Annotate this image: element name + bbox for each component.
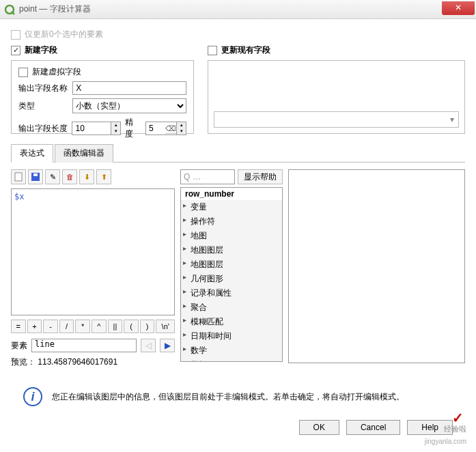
precision-spinner[interactable]: ⌫ ▴▾	[145, 122, 186, 135]
virtual-field-label: 新建虚拟字段	[32, 66, 81, 78]
op-mul[interactable]: *	[75, 320, 90, 333]
tab-bar: 表达式 函数编辑器	[11, 143, 465, 163]
chevron-down-icon[interactable]: ▾	[176, 128, 186, 135]
title-bar: point — 字段计算器 ✕	[0, 0, 476, 19]
new-field-panel: 新建虚拟字段 输出字段名称 类型 小数（实型） 输出字段长度 ▴▾ 精度	[11, 60, 194, 134]
tree-item[interactable]: 模糊匹配	[181, 315, 282, 329]
field-dropdown[interactable]: ▾	[214, 111, 459, 128]
tab-function-editor[interactable]: 函数编辑器	[55, 144, 113, 163]
op-lparen[interactable]: (	[124, 320, 139, 333]
type-label: 类型	[18, 100, 72, 112]
length-spinner[interactable]: ▴▾	[72, 122, 121, 135]
op-div[interactable]: /	[59, 320, 74, 333]
tree-item[interactable]: 聚合	[181, 300, 282, 315]
op-pow[interactable]: ^	[92, 320, 107, 333]
type-select[interactable]: 小数（实型）	[72, 98, 186, 113]
new-field-label: 新建字段	[25, 44, 57, 56]
expression-editor[interactable]: $x	[11, 188, 175, 315]
op-minus[interactable]: -	[43, 320, 58, 333]
search-input[interactable]: Q …	[180, 169, 235, 184]
op-plus[interactable]: +	[27, 320, 42, 333]
tree-item[interactable]: 记录和属性	[181, 286, 282, 300]
save-icon[interactable]	[28, 169, 43, 184]
next-feature-button[interactable]: ▶	[160, 339, 175, 352]
tree-item[interactable]: 数组	[181, 358, 282, 362]
new-file-icon[interactable]	[11, 169, 26, 184]
preview-label: 预览：	[11, 357, 36, 367]
new-field-checkbox[interactable]	[11, 46, 20, 55]
tree-item[interactable]: 几何图形	[181, 272, 282, 286]
op-eq[interactable]: =	[11, 320, 26, 333]
import-icon[interactable]: ⬇	[79, 169, 94, 184]
feature-label: 要素	[11, 340, 27, 352]
edit-icon[interactable]: ✎	[45, 169, 60, 184]
operator-row: = + - / * ^ || ( ) \n'	[11, 320, 175, 333]
function-tree[interactable]: row_number 变量 操作符 地图 地图图层 地图图层 几何图形 记录和属…	[180, 187, 283, 362]
op-rparen[interactable]: )	[140, 320, 155, 333]
only-update-label: 仅更新0个选中的要素	[25, 29, 103, 40]
prev-feature-button[interactable]: ◁	[141, 339, 156, 352]
close-button[interactable]: ✕	[442, 1, 475, 15]
svg-rect-2	[15, 173, 22, 181]
op-newline[interactable]: \n'	[156, 320, 175, 333]
chevron-up-icon[interactable]: ▴	[176, 122, 186, 128]
op-concat[interactable]: ||	[108, 320, 123, 333]
search-icon: Q	[184, 172, 190, 182]
precision-label: 精度	[125, 117, 141, 140]
tree-item[interactable]: 地图图层	[181, 243, 282, 257]
tree-item[interactable]: 日期和时间	[181, 329, 282, 343]
tree-item[interactable]: 地图图层	[181, 257, 282, 272]
tree-item[interactable]: 变量	[181, 200, 282, 214]
output-name-label: 输出字段名称	[18, 83, 72, 94]
tree-item[interactable]: 地图	[181, 229, 282, 243]
output-name-input[interactable]	[72, 81, 186, 95]
show-help-button[interactable]: 显示帮助	[238, 169, 283, 184]
info-text: 您正在编辑该图层中的信息，但该图层目前处于非编辑模式。若单击确定，将自动打开编辑…	[52, 391, 404, 403]
update-field-panel: ▾	[208, 60, 465, 134]
export-icon[interactable]: ⬆	[96, 169, 111, 184]
tab-expression[interactable]: 表达式	[11, 144, 53, 163]
delete-icon[interactable]: 🗑	[62, 169, 77, 184]
tree-item[interactable]: row_number	[181, 188, 282, 200]
length-label: 输出字段长度	[18, 123, 72, 135]
update-existing-checkbox[interactable]	[208, 46, 217, 55]
window-title: point — 字段计算器	[19, 3, 91, 15]
chevron-down-icon[interactable]: ▾	[111, 128, 120, 135]
expression-toolbar: ✎ 🗑 ⬇ ⬆	[11, 169, 175, 184]
virtual-field-checkbox[interactable]	[18, 68, 28, 77]
watermark-text: 经验啦	[444, 424, 466, 434]
tree-item[interactable]: 数学	[181, 343, 282, 358]
feature-select[interactable]: line	[31, 339, 137, 352]
only-update-checkbox	[11, 30, 20, 40]
app-icon	[4, 4, 15, 15]
update-existing-label: 更新现有字段	[221, 44, 270, 56]
svg-line-1	[12, 12, 14, 14]
ok-button[interactable]: OK	[299, 420, 339, 435]
chevron-up-icon[interactable]: ▴	[111, 122, 120, 128]
svg-rect-4	[33, 173, 38, 176]
tree-item[interactable]: 操作符	[181, 214, 282, 229]
preview-value: 113.45879646017691	[38, 357, 117, 367]
watermark-url: jingyanla.com	[425, 438, 466, 445]
cancel-button[interactable]: Cancel	[346, 420, 400, 435]
info-icon: i	[23, 387, 42, 406]
clear-icon[interactable]: ⌫	[165, 124, 176, 133]
help-panel	[288, 169, 465, 363]
